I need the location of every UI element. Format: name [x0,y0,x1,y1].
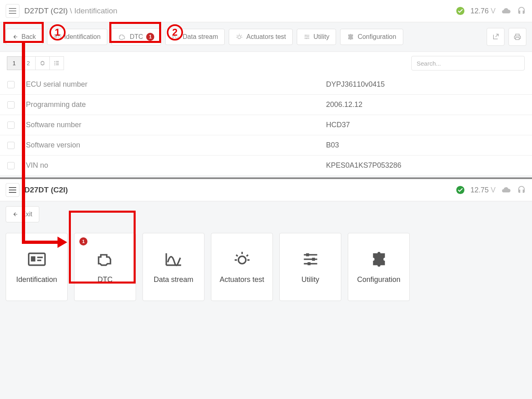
list-button[interactable] [49,56,64,70]
svg-rect-24 [37,256,43,258]
row-value: DYPJ36110v0415 [326,80,385,89]
export-icon [492,33,499,41]
breadcrumb-main: D27DT (C2I) [24,6,68,15]
svg-rect-18 [9,187,16,188]
svg-rect-25 [37,259,41,261]
row-label: Software version [26,141,326,149]
tile-row: Identification 1 DTC Data stream Actuato… [0,227,532,307]
tile-label: Utility [302,275,319,284]
upper-tabbar: Back Identification DTC 1 Data stream Ac… [0,22,532,52]
breadcrumb: D27DT (C2I) \ Identification [24,6,117,15]
tab-utility[interactable]: Utility [297,29,336,45]
engine-icon [118,34,126,40]
tile-actuators[interactable]: Actuators test [211,233,273,301]
svg-point-8 [238,36,241,39]
tab-actuators[interactable]: Actuators test [229,29,293,45]
svg-point-9 [305,35,306,36]
table-row: VIN no KPES0A1KS7P053286 [0,156,532,176]
exit-button[interactable]: Exit [6,206,39,222]
svg-point-13 [54,63,55,64]
row-checkbox[interactable] [7,162,15,169]
svg-point-11 [306,38,307,39]
tab-configuration[interactable]: Configuration [340,29,403,45]
svg-point-14 [54,64,55,65]
row-label: ECU serial number [26,80,326,89]
tile-dtc[interactable]: 1 DTC [74,233,136,301]
dtc-badge: 1 [146,33,154,41]
tile-label: DTC [98,275,113,284]
page-1[interactable]: 1 [7,56,21,70]
id-icon [28,250,46,268]
engine-icon [96,250,114,268]
svg-rect-27 [306,253,309,256]
puzzle-icon [347,33,354,41]
row-value: KPES0A1KS7P053286 [326,161,401,170]
svg-point-26 [238,256,245,263]
headset-icon[interactable] [517,6,526,16]
svg-rect-15 [56,61,59,62]
tile-identification[interactable]: Identification [6,233,68,301]
back-button[interactable]: Back [6,29,43,45]
search-box [411,56,525,70]
tile-configuration[interactable]: Configuration [348,233,410,301]
tile-datastream[interactable]: Data stream [143,233,204,301]
tab-dtc[interactable]: DTC 1 [111,28,161,45]
tile-utility[interactable]: Utility [279,233,341,301]
svg-rect-16 [56,63,59,64]
svg-rect-7 [57,37,59,38]
list-icon [54,60,60,66]
page-2[interactable]: 2 [21,56,36,70]
tab-datastream[interactable]: Data stream [165,29,225,45]
svg-rect-17 [56,64,59,65]
id-icon [54,34,61,40]
svg-rect-28 [312,258,315,260]
breadcrumb-main: D27DT (C2I) [24,186,68,194]
row-checkbox[interactable] [7,122,15,129]
refresh-icon [40,60,45,66]
breadcrumb: D27DT (C2I) [24,186,68,194]
svg-rect-1 [9,11,16,11]
cloud-icon[interactable] [501,6,511,16]
print-icon [514,33,521,41]
lower-topbar: D27DT (C2I) 12.75 V [0,179,532,201]
upper-topbar: D27DT (C2I) \ Identification 12.76 V [0,0,532,22]
status-ok-icon [456,186,465,194]
svg-rect-23 [31,256,35,261]
arrow-left-icon [13,211,18,217]
row-value: HCD37 [326,121,350,129]
export-button[interactable] [487,28,504,46]
cloud-icon[interactable] [501,185,511,195]
svg-rect-29 [307,262,310,265]
wave-icon [172,34,179,40]
menu-button[interactable] [6,4,19,18]
dtc-badge: 1 [79,237,87,245]
arrow-left-icon [13,34,18,40]
bulb-icon [236,33,243,41]
voltage-readout: 12.75 V [470,186,496,194]
menu-button[interactable] [6,183,19,197]
row-checkbox[interactable] [7,101,15,109]
headset-icon[interactable] [517,185,526,195]
bulb-icon [233,250,251,268]
table-row: Software number HCD37 [0,115,532,135]
puzzle-icon [370,250,388,268]
tile-label: Identification [16,275,57,284]
svg-point-10 [308,36,309,38]
wave-icon [165,250,183,268]
print-button[interactable] [509,28,526,46]
voltage-readout: 12.76 V [470,7,496,15]
row-label: Software number [26,121,326,129]
refresh-button[interactable] [35,56,50,70]
tab-identification[interactable]: Identification [47,29,108,45]
svg-rect-2 [9,13,16,14]
row-checkbox[interactable] [7,142,15,149]
table-row: ECU serial number DYPJ36110v0415 [0,75,532,95]
svg-rect-19 [9,190,16,190]
hamburger-icon [9,187,16,193]
row-value: 2006.12.12 [326,100,362,109]
row-checkbox[interactable] [7,81,15,88]
search-input[interactable] [411,56,525,70]
svg-rect-6 [57,36,60,36]
breadcrumb-sub: Identification [74,6,117,15]
svg-rect-20 [9,192,16,193]
